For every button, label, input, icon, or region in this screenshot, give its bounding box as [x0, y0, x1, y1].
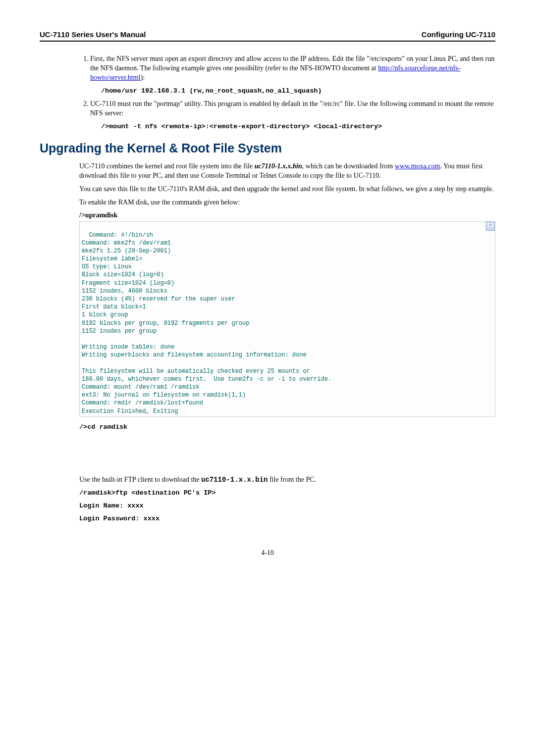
p1-b: , which can be downloaded from	[302, 162, 395, 170]
section-heading: Upgrading the Kernel & Root File System	[40, 140, 495, 157]
ftp-cmd: /ramdisk>ftp <destination PC's IP>	[79, 489, 495, 498]
page-number: 4-10	[40, 549, 495, 558]
p4-a: Use the built-in FTP client to download …	[79, 476, 201, 483]
li1-text-b: ):	[141, 74, 145, 81]
paragraph-2: You can save this file to the UC-7110's …	[79, 185, 495, 194]
list-item-1: First, the NFS server must open an expor…	[90, 54, 495, 96]
page-header: UC-7110 Series User's Manual Configuring…	[40, 30, 495, 42]
cmd-cd-ramdisk: />cd ramdisk	[79, 423, 495, 432]
li2-code: />mount -t nfs <remote-ip>:<remote-expor…	[101, 122, 495, 131]
p1-file: uc7110-1.x.x.bin	[255, 162, 302, 170]
li2-text: UC-7110 must run the "portmap" utility. …	[90, 100, 494, 117]
terminal-text: Command: #!/bin/sh Command: mke2fs /dev/…	[82, 232, 331, 415]
spacer	[40, 432, 495, 471]
paragraph-3: To enable the RAM disk, use the commands…	[79, 198, 495, 207]
scroll-up-arrow[interactable]: ˄	[486, 222, 495, 231]
header-left: UC-7110 Series User's Manual	[40, 30, 146, 40]
cmd-upramdisk: />upramdisk	[79, 211, 495, 220]
p4-file: uc7110-1.x.x.bin	[201, 476, 268, 484]
p1-a: UC-7110 combines the kernel and root fil…	[79, 162, 255, 170]
paragraph-1: UC-7110 combines the kernel and root fil…	[79, 162, 495, 181]
p4-b: file from the PC.	[268, 476, 316, 483]
header-right: Configuring UC-7110	[422, 30, 495, 40]
list-item-2: UC-7110 must run the "portmap" utility. …	[90, 100, 495, 131]
li1-code: /home/usr 192.168.3.1 (rw,no_root_squash…	[101, 87, 495, 96]
numbered-list: First, the NFS server must open an expor…	[79, 54, 495, 131]
login-name: Login Name: xxxx	[79, 502, 495, 510]
paragraph-4: Use the built-in FTP client to download …	[79, 475, 495, 485]
terminal-output: ˄Command: #!/bin/sh Command: mke2fs /dev…	[79, 221, 495, 417]
login-password: Login Password: xxxx	[79, 514, 495, 523]
moxa-link[interactable]: www.moxa.com	[395, 162, 440, 170]
